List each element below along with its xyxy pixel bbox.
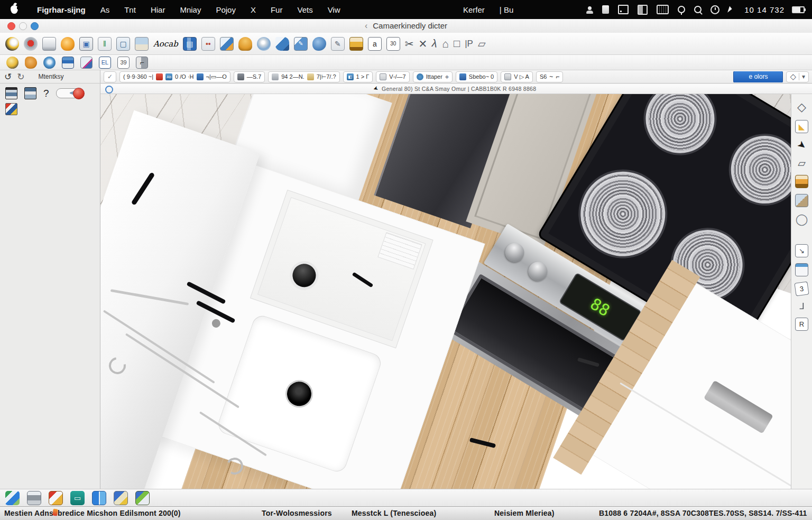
- frame-tool-icon[interactable]: ▣: [79, 37, 93, 51]
- search-icon[interactable]: [694, 6, 702, 13]
- panel-icon[interactable]: [638, 5, 648, 15]
- measure-icon[interactable]: ◣: [795, 120, 808, 133]
- menu-x[interactable]: X: [243, 5, 263, 14]
- room-shape-icon[interactable]: ⌂: [442, 38, 449, 50]
- menu-hiar[interactable]: Hiar: [143, 5, 173, 14]
- angle-value[interactable]: ( 9·9·360 ~|: [123, 73, 153, 80]
- layer-value[interactable]: —S.7: [247, 73, 262, 80]
- hook-icon[interactable]: ?: [43, 88, 49, 99]
- redo-icon[interactable]: ↻: [17, 71, 24, 82]
- annotate-icon[interactable]: ✎: [331, 37, 345, 51]
- layout-edit-icon[interactable]: [80, 57, 93, 69]
- render-doc-icon[interactable]: [24, 87, 36, 99]
- team-icon[interactable]: ••: [201, 37, 215, 51]
- image-box-icon[interactable]: [795, 194, 808, 207]
- swirl-icon[interactable]: [43, 57, 56, 69]
- panel-blue-icon[interactable]: [197, 73, 204, 80]
- flip-l-icon[interactable]: L: [799, 301, 804, 312]
- record-slider[interactable]: [56, 88, 84, 98]
- idea-lamp-icon[interactable]: [114, 491, 128, 505]
- menu-vets[interactable]: Vets: [290, 5, 320, 14]
- snapshot-scene-icon[interactable]: [135, 491, 150, 505]
- hardhat-icon[interactable]: [61, 37, 75, 51]
- binocular-icon[interactable]: Ab: [165, 73, 172, 80]
- user-icon[interactable]: [586, 6, 593, 13]
- clay-icon[interactable]: [312, 37, 326, 51]
- doc-icon[interactable]: [602, 5, 609, 14]
- layers-icon[interactable]: [237, 73, 244, 80]
- table-icon[interactable]: [380, 73, 386, 80]
- publish-icon[interactable]: [5, 491, 20, 505]
- calendar-30-icon[interactable]: 30: [386, 37, 400, 51]
- menu-clock[interactable]: 10 14 732: [744, 5, 785, 14]
- 3d-viewport[interactable]: 88: [100, 94, 791, 489]
- apple-menu-icon[interactable]: [11, 5, 18, 14]
- select-diamond-icon[interactable]: ◇: [797, 100, 806, 114]
- library-tray-icon[interactable]: [795, 175, 808, 188]
- diamond-tool-icon[interactable]: ◇: [790, 72, 796, 81]
- view3-icon[interactable]: 3: [794, 281, 809, 296]
- script-label[interactable]: Aocab: [153, 39, 178, 49]
- menu-bu[interactable]: | Bu: [492, 5, 521, 14]
- print-icon[interactable]: [27, 491, 41, 505]
- window-tool-icon[interactable]: ▢: [116, 37, 130, 51]
- back-chevron-icon[interactable]: ‹: [365, 21, 367, 30]
- delete-x-icon[interactable]: ✕: [419, 38, 428, 50]
- helper-label[interactable]: Ittaper: [426, 73, 442, 80]
- clip-value[interactable]: ¬|▭—O: [206, 73, 227, 80]
- brush-icon[interactable]: [275, 37, 289, 51]
- menu-tnt[interactable]: Tnt: [117, 5, 143, 14]
- photo-doc-icon[interactable]: [5, 87, 17, 99]
- page-turn-icon[interactable]: ▱: [798, 157, 806, 169]
- expander-icon[interactable]: ◆: [445, 74, 449, 79]
- record-icon[interactable]: [24, 37, 38, 51]
- swatch-label[interactable]: Sbebo~ 0: [469, 73, 494, 80]
- flag-red-icon[interactable]: [156, 73, 163, 80]
- board-icon[interactable]: ▭: [70, 491, 85, 505]
- rename-icon[interactable]: R: [795, 318, 808, 331]
- menu-app[interactable]: Figrhar-sijng: [30, 5, 93, 14]
- menu-mniay[interactable]: Mniay: [172, 5, 208, 14]
- location-icon[interactable]: [678, 6, 685, 13]
- repair-icon[interactable]: ✂: [405, 38, 414, 50]
- curve-icon[interactable]: ~: [549, 73, 553, 80]
- grid-value[interactable]: 94 2—N.: [281, 73, 304, 80]
- menu-viw[interactable]: Viw: [320, 5, 348, 14]
- folder-band-icon[interactable]: [349, 37, 363, 51]
- orbit-view-icon[interactable]: [5, 37, 19, 51]
- cabinet-pair-icon[interactable]: [92, 491, 106, 505]
- view-value[interactable]: V◦/—7: [389, 73, 405, 80]
- materials-icon[interactable]: [49, 491, 63, 505]
- swatch-blue-icon[interactable]: [459, 73, 466, 80]
- card-icon[interactable]: ✎: [294, 37, 308, 51]
- sheet-icon[interactable]: [307, 73, 314, 80]
- display-icon[interactable]: [42, 37, 56, 51]
- cabinet-panel-icon[interactable]: ▤: [183, 37, 197, 51]
- filing-icon[interactable]: [238, 37, 252, 51]
- export-box-icon[interactable]: ↘: [795, 244, 808, 257]
- clock-icon[interactable]: [710, 5, 719, 14]
- dial-icon[interactable]: [6, 57, 19, 69]
- colors-button[interactable]: e olors: [733, 71, 783, 82]
- step-value[interactable]: 1 > Γ: [356, 73, 370, 80]
- menu-fur[interactable]: Fur: [263, 5, 290, 14]
- menu-pojoy[interactable]: Pojoy: [208, 5, 243, 14]
- el-doc-icon[interactable]: EL: [99, 57, 111, 69]
- cube-blue-icon[interactable]: ◧: [347, 73, 354, 80]
- column-tool-icon[interactable]: ‖: [98, 37, 112, 51]
- confirm-icon[interactable]: ✓: [107, 73, 113, 80]
- folder-tab-icon[interactable]: [795, 263, 808, 276]
- corner-icon[interactable]: ⌐: [556, 73, 559, 80]
- sweep-icon[interactable]: ➤: [795, 138, 809, 153]
- disc-icon[interactable]: [257, 37, 271, 51]
- view-mode-icon[interactable]: [504, 73, 511, 80]
- offset-value[interactable]: 0 /O ·H: [175, 73, 193, 80]
- doc-39-icon[interactable]: 39: [117, 57, 130, 69]
- keyboard-icon[interactable]: [657, 5, 669, 14]
- walkthrough-icon[interactable]: [5, 103, 17, 115]
- dropdown-icon[interactable]: ▾: [802, 73, 805, 80]
- orbit-ring-icon[interactable]: ◯: [796, 213, 808, 226]
- scene-photo-icon[interactable]: [220, 37, 234, 51]
- render-photo-icon[interactable]: [135, 37, 149, 51]
- undo-icon[interactable]: ↺: [4, 71, 12, 82]
